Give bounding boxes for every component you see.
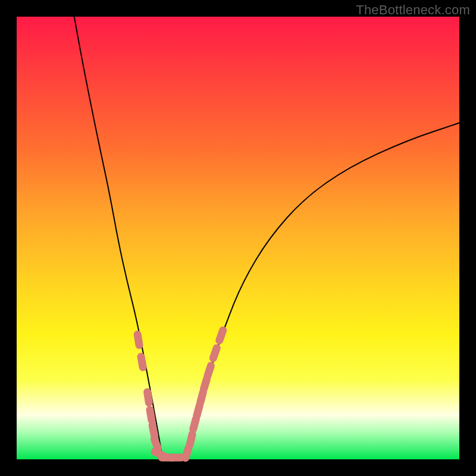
marker-right-markers [190, 434, 192, 445]
marker-right-markers [201, 392, 203, 402]
chart-svg [17, 17, 459, 459]
marker-right-markers [186, 447, 189, 458]
marker-right-markers [208, 366, 211, 376]
marker-right-markers [203, 379, 206, 389]
marker-left-markers [148, 392, 149, 403]
watermark-label: TheBottleneck.com [356, 2, 470, 18]
marker-left-markers [154, 439, 158, 449]
marker-right-markers [213, 348, 217, 358]
marker-right-markers [197, 405, 200, 415]
plot-area [17, 17, 459, 459]
marker-left-markers [150, 410, 152, 421]
curve-right-branch [185, 123, 459, 459]
marker-left-markers [152, 425, 155, 436]
chart-container: TheBottleneck.com [0, 0, 476, 476]
marker-right-markers [220, 330, 223, 340]
marker-right-markers [193, 419, 196, 429]
marker-left-markers [137, 334, 139, 345]
marker-left-markers [141, 356, 143, 367]
